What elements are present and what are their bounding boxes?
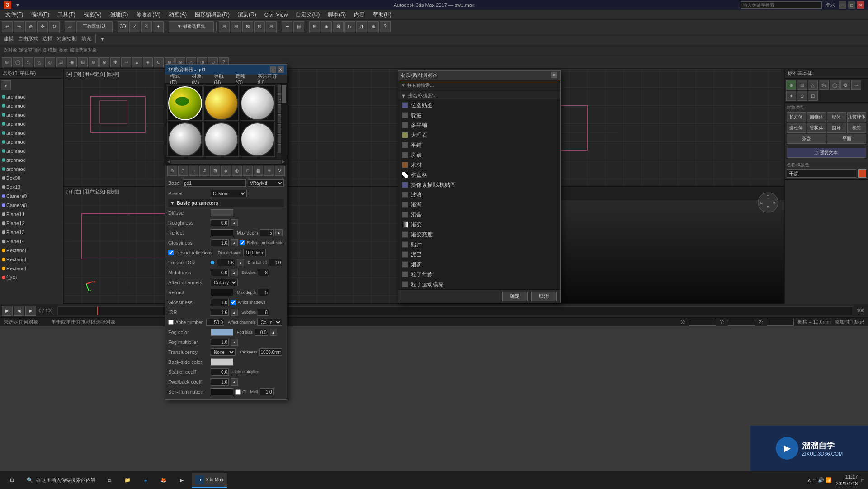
preset-select[interactable]: Custom [211,190,247,197]
z-input[interactable] [767,319,794,326]
scene-item-archmod8[interactable]: archmod [0,155,63,165]
icon-2[interactable]: ◯ [13,57,23,67]
render-to-texture[interactable]: ⊕ [368,21,379,32]
color-swatch[interactable] [858,169,866,178]
layer-btn[interactable]: ☰ [282,21,292,32]
media-btn[interactable]: ▶ [174,473,190,488]
roughness-input[interactable] [211,219,229,226]
obj-pyramid-btn[interactable]: 棱锥 [847,123,867,133]
browser-item-multitile[interactable]: 多平铺 [398,120,560,130]
mirror-btn[interactable]: ⊟ [219,21,230,32]
3dsmax-taskbar-btn[interactable]: 3 3ds Max [192,473,227,488]
menu-edit[interactable]: 编辑(E) [28,10,53,19]
rp-icon-extra4[interactable]: ⊡ [808,91,818,101]
browser-item-wood[interactable]: 木材 [398,160,560,170]
dim-dist-input[interactable] [243,249,266,256]
fwd-back-up[interactable]: ▲ [231,378,238,386]
undo-btn[interactable]: ↩ [2,21,13,32]
menu-file[interactable]: 文件(F) [2,10,27,19]
mat-light-btn[interactable]: ☀ [264,166,274,176]
scene-item-camera0a[interactable]: Camera0 [0,192,63,201]
mat-menu-nav[interactable]: 导航(N) [211,73,232,85]
diffuse-swatch[interactable] [211,209,233,216]
title-menu-file[interactable]: ▼ [14,2,22,8]
rp-icon-hierarchy[interactable]: △ [808,80,818,90]
sphere-slot-3[interactable] [240,85,275,121]
rp-icon-modify[interactable]: ⊞ [797,80,807,90]
mat-menu-opt[interactable]: 选项(O) [233,73,254,85]
maximize-btn[interactable]: □ [848,1,855,9]
browser-item-gradient[interactable]: 渐变 [398,220,560,230]
menu-render[interactable]: 渲染(R) [234,10,260,19]
abbe-input[interactable] [206,319,224,326]
scene-item-camera0b[interactable]: Camera0 [0,201,63,210]
browser-item-speckle[interactable]: 斑点 [398,150,560,160]
self-illum-swatch[interactable] [211,388,233,395]
rp-icon-extra2[interactable]: ✦ [786,91,796,101]
scene-item-plane14[interactable]: Plane14 [0,237,63,246]
rotate-btn[interactable]: ↻ [49,21,60,32]
search-btn[interactable]: 🔍 在这里输入你要搜索的内容 [22,473,99,488]
mat-assign-btn[interactable]: → [189,166,199,176]
browser-item-particle-age[interactable]: 粒子年龄 [398,269,560,279]
place-hi-btn[interactable]: ⊟ [266,21,277,32]
browser-item-patch[interactable]: 贴片 [398,240,560,249]
angle-snap-btn[interactable]: ∠ [129,21,140,32]
mat-sphere-btn[interactable]: ◎ [232,166,242,176]
glossiness-up[interactable]: ▲ [231,239,238,246]
mat-menu-mat[interactable]: 材质(M) [189,73,210,85]
mat-sphere-5[interactable] [204,122,238,156]
icon-9[interactable]: ⊕ [89,57,99,67]
ior-up[interactable]: ▲ [231,309,238,316]
browser-cancel-btn[interactable]: 取消 [531,292,557,301]
help-btn[interactable]: ? [380,21,391,32]
dim-falloff-input[interactable] [269,259,282,266]
browser-item-camera-map[interactable]: 摄像素描影/机贴图 [398,180,560,190]
browser-item-checker[interactable]: 棋盘格 [398,170,560,180]
icon-8[interactable]: ⊞ [78,57,88,67]
translucency-select[interactable]: None [211,348,236,356]
reflect-maxdepth-up[interactable]: ▲ [275,229,283,236]
gi-check[interactable] [235,389,241,395]
material-scrollbar[interactable] [281,84,287,159]
obj-box-btn[interactable]: 长方体 [787,112,806,122]
render-setup-btn[interactable]: ⚙ [333,21,344,32]
scene-item-box08[interactable]: Box08 [0,174,63,183]
scene-item-box13[interactable]: Box13 [0,183,63,192]
mult-input[interactable] [260,388,274,395]
quick-align-btn[interactable]: ⊠ [242,21,253,32]
timeline-prev-btn[interactable]: ◀ [14,306,24,316]
fresnel-ior-up[interactable]: ▲ [237,259,244,266]
menu-graph-editor[interactable]: 图形编辑器(D) [191,10,233,19]
mat-editor-close[interactable]: ✕ [278,66,284,73]
subdivs2-input[interactable] [258,309,269,316]
abbe-check[interactable] [168,320,174,325]
login-btn[interactable]: 登录 [826,2,835,9]
browser-item-noise[interactable]: 噪波 [398,110,560,120]
subdivs-input[interactable] [258,269,269,276]
scene-item-plane12[interactable]: Plane12 [0,219,63,228]
obj-plane-btn[interactable]: 平面 [827,134,866,144]
type-select[interactable]: VRayMtl [248,179,284,187]
scene-item-archmod7[interactable]: archmod [0,146,63,155]
refract-maxdepth-input[interactable] [258,289,269,296]
spinner-snap-btn[interactable]: ✦ [153,21,164,32]
ribbon-btn[interactable]: ▤ [293,21,304,32]
icon-4[interactable]: △ [34,57,44,67]
scatter-input[interactable] [211,368,229,376]
scene-item-plane13[interactable]: Plane13 [0,228,63,237]
browser-item-bitmap[interactable]: 位图贴图 [398,100,560,110]
obj-geosphere-btn[interactable]: 几何球体 [847,112,867,122]
reflect-back-check[interactable] [240,240,245,245]
browser-item-mix[interactable]: 混合 [398,210,560,220]
align-btn[interactable]: ⊞ [231,21,241,32]
fwd-back-input[interactable] [211,378,229,386]
sphere-slot-4[interactable] [167,122,203,157]
scene-item-archmod6[interactable]: archmod [0,137,63,146]
object-name-input[interactable] [787,169,856,178]
mat-menu-util[interactable]: 实用程序(U) [255,73,285,85]
percent-snap-btn[interactable]: % [141,21,152,32]
rp-icon-utility[interactable]: ⚙ [840,80,850,90]
scene-item-plane11[interactable]: Plane11 [0,210,63,219]
scene-item-archmod2[interactable]: archmod [0,101,63,110]
